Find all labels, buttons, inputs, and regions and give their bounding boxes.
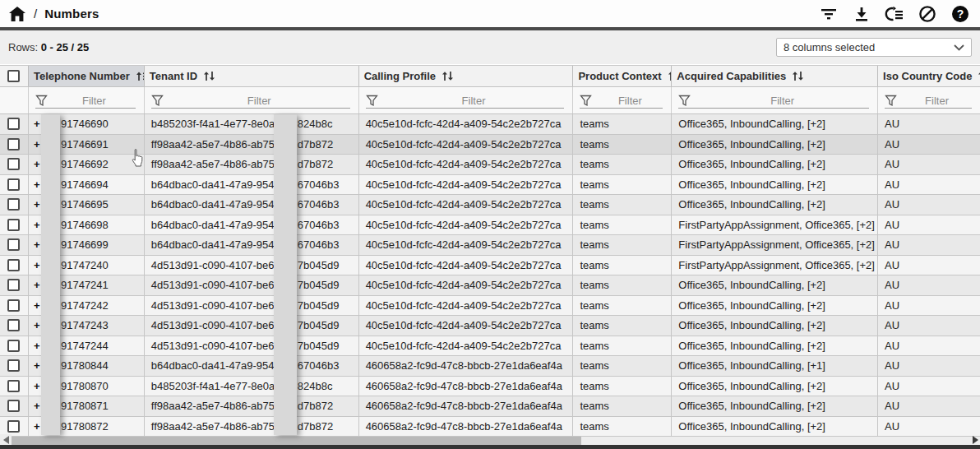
numbers-page: / Numbers (0, 0, 980, 449)
redaction-bar-tenant (274, 114, 297, 435)
scroll-right-arrow-icon[interactable] (970, 434, 980, 445)
horizontal-scrollbar[interactable] (0, 437, 980, 445)
table-row[interactable]: + 91747240 4d513d91-c090-4107-be63-49 7b… (0, 256, 980, 276)
table-row[interactable]: + 91780872 ff98aa42-a5e7-4b86-ab75-2c3 d… (0, 417, 980, 437)
product-context-cell: teams (580, 359, 608, 372)
column-header-tenant-id[interactable]: Tenant ID (145, 66, 359, 86)
row-checkbox[interactable] (7, 158, 20, 170)
select-all-checkbox[interactable] (7, 70, 20, 82)
table-row[interactable]: + 91746694 b64dbac0-da41-47a9-9549-91 67… (0, 175, 980, 196)
row-checkbox[interactable] (7, 420, 20, 433)
row-checkbox[interactable] (7, 259, 20, 271)
row-checkbox[interactable] (7, 299, 20, 312)
row-checkbox[interactable] (7, 138, 20, 150)
horizontal-scrollbar-thumb[interactable] (12, 437, 581, 445)
home-icon[interactable] (8, 6, 26, 22)
column-header-iso-country-code[interactable]: Iso Country Code (878, 66, 980, 86)
download-icon[interactable] (852, 4, 871, 24)
table-row[interactable]: + 91780844 b64dbac0-da41-47a9-9549-91 67… (0, 356, 980, 377)
filter-row: Filter Filter Filter Filter Filter Filte… (0, 87, 980, 114)
filter-tenant-id[interactable]: Filter (145, 87, 359, 113)
filter-telephone-number[interactable]: Filter (29, 87, 145, 113)
row-checkbox[interactable] (7, 219, 20, 231)
table-row[interactable]: + 91747241 4d513d91-c090-4107-be63-49 7b… (0, 275, 980, 296)
telephone-number-cell: 91747244 (61, 340, 109, 352)
product-context-cell: teams (580, 319, 608, 331)
filter-iso-country-code[interactable]: Filter (878, 87, 980, 113)
acquired-capabilities-cell: FirstPartyAppAssignment, Office365, [+2] (678, 219, 875, 231)
table-row[interactable]: + 91780871 ff98aa42-a5e7-4b86-ab75-2c3 d… (0, 396, 980, 417)
row-checkbox[interactable] (7, 118, 20, 130)
expand-row-button[interactable]: + (34, 380, 40, 392)
filter-product-context[interactable]: Filter (573, 87, 672, 113)
telephone-number-cell: 91747243 (61, 319, 109, 331)
expand-row-button[interactable]: + (34, 238, 40, 251)
table-row[interactable]: + 91746690 b485203f-f4a1-4e77-8e0a-d5b 8… (0, 114, 980, 135)
table-row[interactable]: + 91746695 b64dbac0-da41-47a9-9549-91 67… (0, 195, 980, 215)
table-row[interactable]: + 91747244 4d513d91-c090-4107-be63-49 7b… (0, 336, 980, 357)
filter-list-icon[interactable] (819, 4, 839, 24)
row-checkbox[interactable] (7, 380, 20, 392)
sort-icon[interactable] (792, 71, 804, 81)
row-checkbox[interactable] (7, 238, 20, 251)
product-context-cell: teams (580, 420, 608, 433)
table-row[interactable]: + 91746699 b64dbac0-da41-47a9-9549-91 67… (0, 235, 980, 256)
expand-row-button[interactable]: + (34, 359, 40, 372)
filter-cell-empty (0, 87, 29, 113)
table-row[interactable]: + 91746698 b64dbac0-da41-47a9-9549-91 67… (0, 215, 980, 236)
expand-row-button[interactable]: + (34, 178, 40, 191)
expand-row-button[interactable]: + (34, 158, 40, 170)
table-row[interactable]: + 91746691 ff98aa42-a5e7-4b86-ab75-2c3 d… (0, 135, 980, 155)
row-checkbox[interactable] (7, 178, 20, 191)
scroll-left-arrow-icon[interactable] (0, 434, 12, 445)
calling-profile-cell: 40c5e10d-fcfc-42d4-a409-54c2e2b727ca (366, 178, 562, 191)
select-all-cell (0, 66, 29, 86)
column-header-calling-profile[interactable]: Calling Profile (359, 66, 574, 86)
tenant-id-cell-right: d7b872 (298, 400, 333, 412)
columns-selected-dropdown[interactable]: 8 columns selected (776, 38, 972, 57)
column-header-telephone-number[interactable]: Telephone Number (29, 66, 145, 86)
tenant-id-cell-right: d7b872 (298, 420, 333, 433)
row-checkbox[interactable] (7, 198, 20, 211)
tenant-id-cell-right: 67046b3 (298, 359, 340, 372)
row-checkbox[interactable] (7, 340, 20, 352)
column-header-product-context[interactable]: Product Context (573, 66, 672, 86)
expand-row-button[interactable]: + (34, 340, 40, 352)
sort-asc-icon[interactable] (136, 71, 145, 81)
iso-country-code-cell: AU (885, 359, 899, 372)
expand-row-button[interactable]: + (34, 400, 40, 412)
refresh-list-icon[interactable] (885, 4, 904, 24)
table-row[interactable]: + 91780870 b485203f-f4a1-4e77-8e0a-d5b 8… (0, 377, 980, 397)
block-icon[interactable] (918, 4, 937, 24)
product-context-cell: teams (580, 259, 608, 271)
help-icon[interactable]: ? (950, 4, 970, 24)
iso-country-code-cell: AU (885, 238, 899, 251)
expand-row-button[interactable]: + (34, 259, 40, 271)
expand-row-button[interactable]: + (34, 299, 40, 312)
table-row[interactable]: + 91747243 4d513d91-c090-4107-be63-49 7b… (0, 316, 980, 336)
sort-icon[interactable] (441, 71, 454, 81)
expand-row-button[interactable]: + (34, 319, 40, 331)
expand-row-button[interactable]: + (34, 198, 40, 211)
row-checkbox[interactable] (7, 279, 20, 291)
iso-country-code-cell: AU (885, 178, 899, 191)
row-checkbox[interactable] (7, 400, 20, 412)
row-checkbox[interactable] (7, 359, 20, 372)
filter-acquired-capabilities[interactable]: Filter (672, 87, 878, 113)
column-label: Acquired Capabilities (677, 70, 786, 82)
table-row[interactable]: + 91746692 ff98aa42-a5e7-4b86-ab75-2c3 d… (0, 155, 980, 175)
tenant-id-cell-right: 824b8c (298, 118, 333, 130)
calling-profile-cell: 40c5e10d-fcfc-42d4-a409-54c2e2b727ca (366, 118, 562, 130)
expand-row-button[interactable]: + (34, 118, 40, 130)
row-checkbox[interactable] (7, 319, 20, 331)
tenant-id-cell-right: 7b045d9 (298, 259, 340, 271)
sort-icon[interactable] (203, 71, 215, 81)
expand-row-button[interactable]: + (34, 219, 40, 231)
table-row[interactable]: + 91747242 4d513d91-c090-4107-be63-49 7b… (0, 296, 980, 317)
expand-row-button[interactable]: + (34, 279, 40, 291)
column-header-acquired-capabilities[interactable]: Acquired Capabilities (672, 66, 878, 86)
expand-row-button[interactable]: + (34, 138, 40, 150)
filter-calling-profile[interactable]: Filter (359, 87, 574, 113)
breadcrumb: / Numbers (8, 6, 99, 22)
expand-row-button[interactable]: + (34, 420, 40, 433)
